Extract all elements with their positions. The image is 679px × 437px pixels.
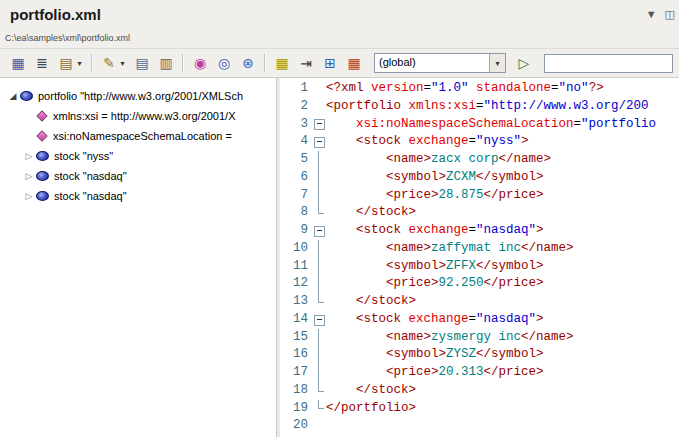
edit-document-icon[interactable]: ▤ (130, 52, 154, 74)
global-scope-combobox[interactable]: (global) ▾ (374, 53, 506, 73)
fold-marker (312, 169, 326, 187)
code-text: <stock exchange="nasdaq"> (326, 222, 544, 240)
page-title: portfolio.xml (10, 6, 101, 23)
grid-view-icon[interactable]: ▦ (6, 52, 30, 74)
check-wellformed-icon[interactable]: ▦ (270, 52, 294, 74)
code-editor[interactable]: 1<?xml version="1.0" standalone="no"?>2<… (280, 78, 679, 437)
edit-pencil-icon-dropdown[interactable]: ▾ (118, 59, 127, 68)
edit-pencil-icon[interactable]: ✎▾ (97, 52, 130, 74)
fold-marker (312, 275, 326, 293)
tree-item-label: xsi:noNamespaceSchemaLocation = (53, 130, 232, 142)
table-view-icon[interactable]: ⊞ (318, 52, 342, 74)
pane-menu-icon[interactable]: ▼ (646, 8, 657, 21)
toolbar-separator (264, 54, 266, 72)
tree-item[interactable]: ▷stock "nasdaq" (0, 186, 276, 206)
fold-toggle-icon[interactable] (312, 311, 326, 329)
line-number: 4 (280, 133, 312, 151)
fold-marker (312, 346, 326, 364)
line-number: 11 (280, 258, 312, 276)
line-number: 6 (280, 169, 312, 187)
chevron-down-icon[interactable]: ▾ (489, 54, 505, 72)
table-view-icon: ⊞ (321, 54, 339, 72)
line-number: 16 (280, 346, 312, 364)
fold-toggle-icon[interactable] (312, 116, 326, 134)
line-number: 18 (280, 382, 312, 400)
code-text: <portfolio xmlns:xsi="http://www.w3.org/… (326, 98, 649, 116)
fold-marker (312, 329, 326, 347)
titlebar-icons: ▼◫ (646, 8, 675, 21)
schema-view-icon[interactable]: ▦ (342, 52, 366, 74)
collapsed-arrow-icon[interactable]: ▷ (22, 151, 36, 161)
code-line[interactable]: 5 <name>zacx corp</name> (280, 151, 679, 169)
code-text: xsi:noNamespaceSchemaLocation="portfolio (326, 116, 656, 134)
tree-item-label: portfolio "http://www.w3.org/2001/XMLSch (38, 90, 243, 102)
pane-window-icon[interactable]: ◫ (665, 8, 675, 21)
line-number: 14 (280, 311, 312, 329)
code-line[interactable]: 10 <name>zaffymat inc</name> (280, 240, 679, 258)
goto-line-icon[interactable]: ⇥ (294, 52, 318, 74)
document-properties-icon[interactable]: ▥ (154, 52, 178, 74)
browser-view-icon-dropdown[interactable]: ▾ (75, 59, 84, 68)
fold-marker (312, 400, 326, 418)
schema-view-icon: ▦ (345, 54, 363, 72)
go-icon[interactable]: ▷ (512, 52, 536, 74)
code-line[interactable]: 3 xsi:noNamespaceSchemaLocation="portfol… (280, 116, 679, 134)
fold-marker (312, 80, 326, 98)
code-text: <name>zacx corp</name> (326, 151, 551, 169)
line-number: 12 (280, 275, 312, 293)
fold-marker (312, 187, 326, 205)
collapsed-arrow-icon[interactable]: ▷ (22, 191, 36, 201)
code-line[interactable]: 7 <price>28.875</price> (280, 187, 679, 205)
collapsed-arrow-icon[interactable]: ▷ (22, 171, 36, 181)
code-line[interactable]: 4 <stock exchange="nyss"> (280, 133, 679, 151)
code-text: </stock> (326, 293, 416, 311)
code-line[interactable]: 9 <stock exchange="nasdaq"> (280, 222, 679, 240)
replace-icon[interactable]: ⊛ (236, 52, 260, 74)
code-line[interactable]: 20 (280, 417, 679, 435)
browser-view-icon[interactable]: ▤▾ (54, 52, 87, 74)
code-line[interactable]: 6 <symbol>ZCXM</symbol> (280, 169, 679, 187)
code-line[interactable]: 14 <stock exchange="nasdaq"> (280, 311, 679, 329)
find-icon[interactable]: ◉ (188, 52, 212, 74)
list-view-icon[interactable]: ≣ (30, 52, 54, 74)
code-line[interactable]: 8 </stock> (280, 204, 679, 222)
fold-toggle-icon[interactable] (312, 222, 326, 240)
code-line[interactable]: 12 <price>92.250</price> (280, 275, 679, 293)
line-number: 17 (280, 364, 312, 382)
expanded-arrow-icon[interactable]: ◢ (6, 91, 20, 101)
code-text: </portfolio> (326, 400, 416, 418)
line-number: 7 (280, 187, 312, 205)
find-in-document-icon[interactable]: ◎ (212, 52, 236, 74)
tree-item[interactable]: xmlns:xsi = http://www.w3.org/2001/X (0, 106, 276, 126)
code-line[interactable]: 11 <symbol>ZFFX</symbol> (280, 258, 679, 276)
toolbar-groups: ▦≣▤▾✎▾▤▥◉◎⊛▦⇥⊞▦ (6, 52, 366, 74)
code-line[interactable]: 16 <symbol>ZYSZ</symbol> (280, 346, 679, 364)
code-line[interactable]: 13 </stock> (280, 293, 679, 311)
toolbar-separator (91, 54, 93, 72)
code-line[interactable]: 2<portfolio xmlns:xsi="http://www.w3.org… (280, 98, 679, 116)
code-line[interactable]: 15 <name>zysmergy inc</name> (280, 329, 679, 347)
fold-marker (312, 240, 326, 258)
code-text: <?xml version="1.0" standalone="no"?> (326, 80, 604, 98)
code-text: </stock> (326, 382, 416, 400)
line-number: 9 (280, 222, 312, 240)
tree-item[interactable]: xsi:noNamespaceSchemaLocation = (0, 126, 276, 146)
fold-toggle-icon[interactable] (312, 133, 326, 151)
code-line[interactable]: 17 <price>20.313</price> (280, 364, 679, 382)
search-input[interactable] (544, 54, 673, 73)
document-properties-icon: ▥ (157, 54, 175, 72)
line-number: 1 (280, 80, 312, 98)
code-text: <symbol>ZCXM</symbol> (326, 169, 544, 187)
tree-item[interactable]: ▷stock "nyss" (0, 146, 276, 166)
code-line[interactable]: 1<?xml version="1.0" standalone="no"?> (280, 80, 679, 98)
attribute-icon (36, 130, 47, 141)
element-icon (36, 191, 49, 201)
code-text: <price>20.313</price> (326, 364, 544, 382)
tree-item-label: stock "nyss" (54, 150, 113, 162)
tree-item[interactable]: ▷stock "nasdaq" (0, 166, 276, 186)
grid-view-icon: ▦ (9, 54, 27, 72)
tree-item[interactable]: ◢portfolio "http://www.w3.org/2001/XMLSc… (0, 86, 276, 106)
code-line[interactable]: 19</portfolio> (280, 400, 679, 418)
code-line[interactable]: 18 </stock> (280, 382, 679, 400)
element-icon (20, 91, 33, 101)
